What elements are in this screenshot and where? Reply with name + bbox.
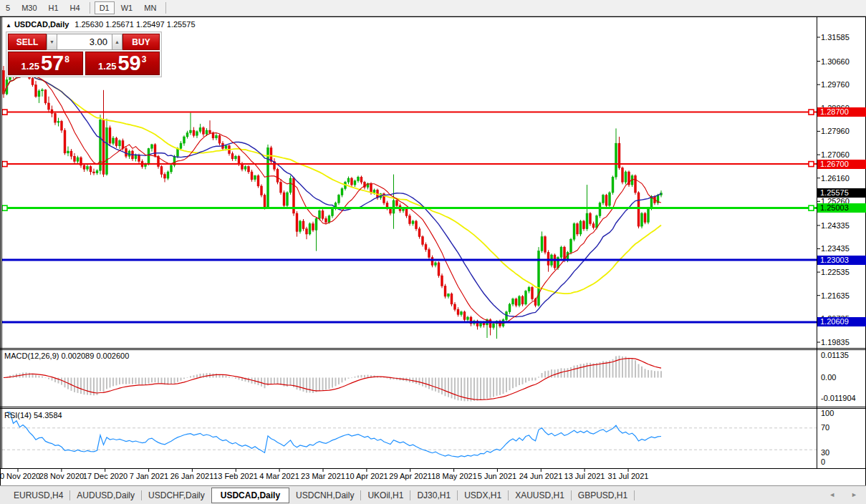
rsi-axis-0: 0 [821,457,825,466]
x-axis-label: 29 Apr 2021 [389,472,431,480]
macd-axis-max: 0.01135 [821,351,849,359]
sell-price-box[interactable]: 1.25 57 8 [8,52,83,75]
rsi-axis-30: 30 [821,448,829,457]
x-axis-label: 26 Jan 2021 [170,472,214,480]
sell-price-pips: 57 [41,53,64,74]
sell-price-prefix: 1.25 [21,61,39,72]
macd-title: MACD(12,26,9) 0.002089 0.002600 [4,352,129,360]
volume-decrease-button[interactable]: ▼ [47,34,57,50]
tab-audusd-daily[interactable]: AUDUSD,Daily [70,488,141,503]
x-axis-label: 23 Mar 2021 [301,472,345,480]
collapse-panel-icon[interactable]: ▲ [6,22,11,29]
x-axis-label: 7 Jan 2021 [130,472,168,480]
y-axis-label: 1.24335 [821,221,850,230]
current-price-label: 1.25575 [817,188,866,198]
rsi-axis-70: 70 [821,423,829,432]
tab-usdcnh-daily[interactable]: USDCNH,Daily [289,488,360,503]
x-axis-label: 10 Apr 2021 [345,472,388,480]
symbol-tabbar: EURUSD,H4 AUDUSD,Daily USDCHF,Daily USDC… [0,485,866,504]
y-axis-label: 1.27960 [821,127,850,135]
y-axis-label: 1.21635 [821,291,850,300]
tab-dj30-h1[interactable]: DJ30,H1 [410,488,457,503]
tabs-scroll-left-icon[interactable]: ◄ [829,491,835,498]
price-line-label: 1.23003 [817,256,866,265]
y-axis-label: 1.19835 [821,338,850,346]
mt4-window: 5 M30 H1 H4 D1 W1 MN ▲USDCAD,Daily1.2563… [0,0,866,504]
macd-axis-min: -0.011904 [821,394,856,402]
y-axis-label: 1.27060 [821,150,850,159]
y-axis-label: 1.30660 [821,57,850,66]
x-axis-label: 13 Feb 2021 [213,472,258,480]
buy-price-point: 3 [142,54,147,64]
price-line-label: 1.25003 [817,203,866,213]
tabs-scroll-right-icon[interactable]: ► [851,491,857,498]
buy-button[interactable]: BUY [122,34,160,50]
chart-title: ▲USDCAD,Daily1.25630 1.25671 1.25497 1.2… [6,20,196,29]
tab-usdcad-daily[interactable]: USDCAD,Daily [211,488,289,503]
macd-axis-zero: 0.00 [821,373,836,382]
x-axis-label: 4 Mar 2021 [259,472,299,480]
arrow-down-icon: ▼ [49,39,54,44]
y-axis-label: 1.29760 [821,80,850,89]
x-axis-label: 28 Nov 2020 [39,472,84,480]
trade-panel: SELL ▼ 3.00 ▲ BUY 1.25 57 8 1.25 59 3 [6,32,162,77]
rsi-axis-100: 100 [821,409,834,417]
x-axis-label: 17 Dec 2020 [83,472,128,480]
x-axis-label: 10 Nov 2020 [0,472,40,480]
y-axis-label: 1.26160 [821,174,850,183]
tab-ukoil-h1[interactable]: UKOil,H1 [361,488,410,503]
tab-eurusd-h4[interactable]: EURUSD,H4 [7,488,69,503]
buy-price-box[interactable]: 1.25 59 3 [85,52,160,75]
price-line-label: 1.20609 [817,317,866,326]
x-axis-label: 31 Jul 2021 [608,472,649,480]
x-axis-label: 5 Jun 2021 [478,472,516,480]
tab-usdx-h1[interactable]: USDX,H1 [458,488,508,503]
x-axis-label: 24 Jun 2021 [519,472,563,480]
y-axis-label: 1.23435 [821,244,850,253]
sell-price-point: 8 [64,54,69,64]
price-line-label: 1.26700 [817,160,866,169]
x-axis-label: 18 May 2021 [431,472,477,480]
tab-gbpusd-h1[interactable]: GBPUSD,H1 [572,488,634,503]
rsi-title: RSI(14) 54.3584 [4,411,62,420]
chart-ohlc-values: 1.25630 1.25671 1.25497 1.25575 [74,20,195,29]
x-axis-label: 13 Jul 2021 [564,472,605,480]
sell-button[interactable]: SELL [8,34,47,50]
arrow-up-icon: ▲ [115,39,120,44]
tab-usdchf-daily[interactable]: USDCHF,Daily [142,488,211,503]
volume-input[interactable]: 3.00 [57,34,112,50]
chart-symbol: USDCAD,Daily [14,20,69,29]
y-axis-label: 1.22535 [821,268,850,276]
buy-price-prefix: 1.25 [98,61,116,72]
y-axis-label: 1.31585 [821,33,850,42]
volume-increase-button[interactable]: ▲ [112,34,122,50]
tab-xauusd-h1[interactable]: XAUUSD,H1 [509,488,571,503]
price-line-label: 1.28700 [817,107,866,117]
buy-price-pips: 59 [117,53,140,74]
